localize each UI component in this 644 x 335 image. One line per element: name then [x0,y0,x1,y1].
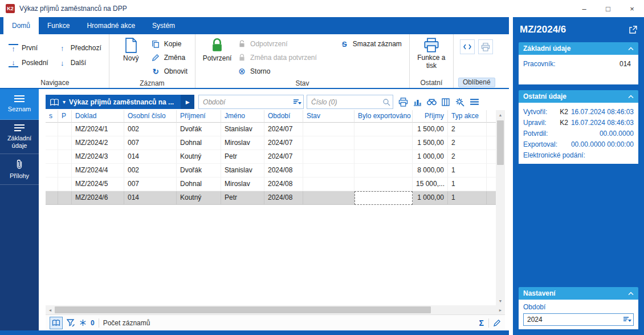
table-cell[interactable] [303,123,354,136]
table-cell[interactable]: 15 000,... [413,177,448,191]
table-cell[interactable] [46,191,58,205]
columns-icon[interactable] [439,95,453,109]
edit-pencil-icon[interactable] [494,319,501,326]
section-header-ostatni-udaje[interactable]: Ostatní údaje [519,90,638,103]
table-cell[interactable]: 2024/07 [264,136,303,150]
table-row[interactable]: MZ/2024/5007DohnalMiroslav2024/0815 000,… [46,177,496,191]
new-record-button[interactable]: Nový [114,36,148,63]
collapse-chevron-icon[interactable] [628,292,634,296]
table-cell[interactable]: Dvořák [177,123,221,136]
tab-system[interactable]: Systém [144,17,184,34]
table-cell[interactable] [46,177,58,191]
favorite-print-button[interactable] [478,39,493,54]
sum-icon[interactable]: Σ [479,318,484,328]
table-cell[interactable] [46,164,58,177]
table-cell[interactable] [303,136,354,150]
section-header-zakladni-udaje[interactable]: Základní údaje [519,42,638,55]
minimize-button[interactable]: – [572,0,596,17]
column-header[interactable]: Stav [303,110,354,123]
table-cell[interactable] [58,177,72,191]
table-cell[interactable] [58,150,72,164]
sidebar-item-zakladni-udaje[interactable]: Základní údaje [0,120,39,154]
functions-print-button[interactable]: Funkce a tisk [414,36,449,70]
unconfirm-button[interactable]: Odpotvrzení [234,37,320,51]
favorite-function-button[interactable] [460,39,475,54]
freeze-icon[interactable] [79,319,87,326]
table-cell[interactable] [354,136,413,150]
table-cell[interactable]: Stanislav [221,164,264,177]
delete-record-button[interactable]: S Smazat záznam [337,37,405,51]
pracovnik-value[interactable]: 014 [619,60,631,68]
table-cell[interactable] [46,123,58,136]
table-cell[interactable] [303,191,354,205]
table-cell[interactable] [303,150,354,164]
browser-title-segment[interactable]: ▾ Výkaz příjmů zaměstnanců na ... ▶ [46,95,194,109]
binoculars-icon[interactable] [425,95,438,109]
table-cell[interactable]: 002 [124,164,177,177]
table-cell[interactable]: 1 000,00 [413,191,448,205]
close-button[interactable]: × [620,0,644,17]
column-header[interactable]: Příjmy [413,110,448,123]
table-cell[interactable]: Miroslav [221,177,264,191]
column-header[interactable]: Typ akce [448,110,487,123]
vertical-scrollbar[interactable]: ▲ ▼ [496,110,505,305]
table-cell[interactable]: Miroslav [221,136,264,150]
filter-edit-icon[interactable] [67,319,75,327]
table-cell[interactable] [354,123,413,136]
table-cell[interactable]: 1 [448,164,487,177]
sidebar-item-seznam[interactable]: Seznam [0,89,39,120]
cislo-search-input[interactable]: Číslo (0) [307,95,393,109]
table-cell[interactable]: 1 500,00 [413,123,448,136]
tab-funkce[interactable]: Funkce [39,17,78,34]
table-cell[interactable]: Petr [221,191,264,205]
expand-browser-button[interactable]: ▶ [181,95,194,109]
table-cell[interactable] [354,177,413,191]
table-cell[interactable]: 002 [124,123,177,136]
table-row[interactable]: MZ/2024/1002DvořákStanislav2024/071 500,… [46,123,496,136]
edit-button[interactable]: Změna [148,51,190,64]
table-cell[interactable] [46,150,58,164]
table-cell[interactable]: 2 [448,136,487,150]
chevron-down-icon[interactable]: ▾ [63,99,66,105]
confirm-button[interactable]: Potvrzení [200,36,234,63]
obdobi-filter-input[interactable]: Období [198,95,304,109]
column-header[interactable]: Příjmení [177,110,221,123]
table-cell[interactable]: MZ/2024/2 [72,136,124,150]
table-cell[interactable] [354,150,413,164]
print-icon[interactable] [396,95,410,109]
column-header[interactable]: Bylo exportováno [354,110,413,123]
column-header[interactable]: P [58,110,72,123]
table-cell[interactable]: MZ/2024/6 [72,191,124,205]
collapse-chevron-icon[interactable] [628,95,634,99]
table-cell[interactable]: 2024/08 [264,191,303,205]
table-cell[interactable]: 007 [124,136,177,150]
table-cell[interactable]: 2024/07 [264,123,303,136]
table-cell[interactable]: 2024/08 [264,164,303,177]
column-header[interactable]: Jméno [221,110,264,123]
column-header[interactable]: s [46,110,58,123]
scroll-up-icon[interactable]: ▲ [496,110,505,119]
table-cell[interactable]: 1 [448,177,487,191]
tab-domu[interactable]: Domů [3,17,39,34]
table-cell[interactable]: 014 [124,150,177,164]
refresh-button[interactable]: ↻ Obnovit [148,64,190,78]
table-cell[interactable] [354,164,413,177]
table-cell[interactable]: 8 000,00 [413,164,448,177]
sidebar-item-prilohy[interactable]: Přílohy [0,154,39,185]
dropdown-icon[interactable] [621,316,633,323]
table-cell[interactable] [58,123,72,136]
horizontal-scroll-thumb[interactable] [55,306,431,313]
column-header[interactable]: Období [264,110,303,123]
table-cell[interactable]: MZ/2024/4 [72,164,124,177]
table-cell[interactable]: 2024/07 [264,150,303,164]
view-toggle-button[interactable] [50,317,63,329]
table-cell[interactable]: 1 [448,191,487,205]
table-cell[interactable]: Petr [221,150,264,164]
horizontal-scrollbar[interactable]: ◄ ► [46,305,505,314]
last-record-button[interactable]: ↓ Poslední [6,58,51,68]
copy-button[interactable]: Kopie [148,37,190,51]
scroll-left-icon[interactable]: ◄ [46,305,55,314]
table-row[interactable]: MZ/2024/3014KoutnýPetr2024/071 000,002 [46,150,496,164]
table-cell[interactable]: MZ/2024/1 [72,123,124,136]
table-row[interactable]: MZ/2024/4002DvořákStanislav2024/088 000,… [46,164,496,177]
